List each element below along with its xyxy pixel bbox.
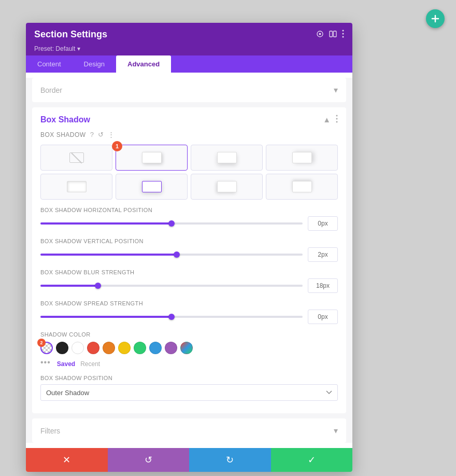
viewfinder-icon[interactable] <box>316 30 324 39</box>
color-swatch-blue[interactable] <box>149 342 162 354</box>
shadow-option-none[interactable] <box>40 145 112 171</box>
shadow-color-label: Shadow Color <box>40 331 338 338</box>
more-options-icon[interactable]: ⋮ <box>108 131 115 138</box>
color-swatch-yellow[interactable] <box>118 342 131 354</box>
checker-swatch-wrap: 2 <box>40 342 53 354</box>
save-icon: ✓ <box>308 454 316 466</box>
subsection-label-row: Box Shadow ? ↺ ⋮ <box>40 131 338 138</box>
shadow-preview-7 <box>292 181 312 192</box>
tab-design[interactable]: Design <box>73 55 116 73</box>
svg-point-9 <box>336 121 338 123</box>
blur-strength-row: Box Shadow Blur Strength 18px <box>40 269 338 293</box>
modal-preset[interactable]: Preset: Default ▾ <box>34 45 344 55</box>
shadow-color-section: Shadow Color 2 •• <box>40 331 338 368</box>
vertical-position-row: Box Shadow Vertical Position 2px <box>40 238 338 262</box>
cancel-button[interactable]: ✕ <box>26 448 108 472</box>
tab-advanced[interactable]: Advanced <box>116 55 171 73</box>
tab-content[interactable]: Content <box>26 55 73 73</box>
shadow-badge-1: 1 <box>112 141 122 151</box>
box-shadow-title: Box Shadow <box>40 115 90 124</box>
horizontal-thumb <box>168 220 175 227</box>
plus-icon <box>431 15 439 23</box>
box-shadow-header-icons: ▲ <box>323 115 338 124</box>
filters-section-header[interactable]: Filters ▾ <box>40 426 338 436</box>
cancel-icon: ✕ <box>63 454 70 466</box>
spread-value[interactable]: 0px <box>308 310 338 324</box>
color-swatch-white[interactable] <box>72 342 84 354</box>
vertical-control: 2px <box>40 247 338 262</box>
reset-field-icon[interactable]: ↺ <box>98 131 104 138</box>
svg-point-5 <box>343 33 344 35</box>
shadow-option-2[interactable] <box>191 145 263 171</box>
filters-section: Filters ▾ <box>32 418 346 443</box>
filters-section-title: Filters <box>40 427 60 435</box>
subsection-label: Box Shadow <box>40 131 86 138</box>
horizontal-label: Box Shadow Horizontal Position <box>40 207 338 213</box>
redo-button[interactable]: ↻ <box>189 448 271 472</box>
shadow-preview-5 <box>142 181 162 192</box>
color-tab-saved[interactable]: Saved <box>57 360 75 368</box>
shadow-option-6[interactable] <box>191 174 263 200</box>
color-tabs: Saved Recent <box>56 360 100 368</box>
svg-point-4 <box>343 30 344 32</box>
shadow-option-3[interactable] <box>266 145 338 171</box>
more-vertical-icon[interactable] <box>342 30 344 39</box>
color-swatch-orange[interactable] <box>103 342 115 354</box>
color-swatch-row: 2 <box>40 342 338 354</box>
color-badge-2: 2 <box>37 339 46 347</box>
save-button[interactable]: ✓ <box>271 448 353 472</box>
modal-header-icons <box>316 30 344 39</box>
horizontal-position-row: Box Shadow Horizontal Position 0px <box>40 207 338 231</box>
color-swatch-green[interactable] <box>134 342 146 354</box>
svg-point-7 <box>336 115 338 117</box>
modal-title: Section Settings <box>34 29 107 40</box>
help-icon[interactable]: ? <box>90 131 94 138</box>
shadow-option-4[interactable] <box>40 174 112 200</box>
shadow-option-5[interactable] <box>116 174 188 200</box>
spread-label: Box Shadow Spread Strength <box>40 300 338 306</box>
border-section: Border ▾ <box>32 78 346 102</box>
redo-icon: ↻ <box>226 454 234 466</box>
svg-point-6 <box>343 36 344 38</box>
blur-control: 18px <box>40 278 338 293</box>
color-swatch-purple[interactable] <box>165 342 177 354</box>
border-section-title: Border <box>40 86 62 94</box>
filters-chevron-icon: ▾ <box>334 426 338 436</box>
vertical-value[interactable]: 2px <box>308 247 338 262</box>
reset-icon: ↺ <box>145 454 152 466</box>
horizontal-control: 0px <box>40 216 338 231</box>
border-chevron-icon: ▾ <box>334 85 338 95</box>
spread-strength-row: Box Shadow Spread Strength 0px <box>40 300 338 324</box>
columns-icon[interactable] <box>329 30 337 39</box>
spread-control: 0px <box>40 310 338 324</box>
shadow-option-7[interactable] <box>266 174 338 200</box>
color-swatch-red[interactable] <box>87 342 99 354</box>
shadow-option-1[interactable]: 1 <box>116 145 188 171</box>
blur-label: Box Shadow Blur Strength <box>40 269 338 275</box>
shadow-style-grid: 1 <box>40 145 338 200</box>
svg-point-1 <box>319 33 321 35</box>
horizontal-value[interactable]: 0px <box>308 216 338 231</box>
color-swatch-gradient[interactable] <box>180 342 193 354</box>
collapse-icon[interactable]: ▲ <box>323 115 331 124</box>
shadow-preview-1 <box>142 152 162 163</box>
position-row: Box Shadow Position Outer Shadow Inner S… <box>40 375 338 401</box>
blur-thumb <box>95 283 101 289</box>
position-select[interactable]: Outer Shadow Inner Shadow <box>40 384 338 401</box>
color-tab-recent[interactable]: Recent <box>80 360 100 368</box>
box-shadow-section: Box Shadow ▲ Box Shadow ? ↺ ⋮ <box>32 107 346 413</box>
spread-track <box>40 316 303 318</box>
color-swatch-black[interactable] <box>56 342 68 354</box>
tabs-bar: Content Design Advanced <box>26 55 352 73</box>
border-section-header[interactable]: Border ▾ <box>40 85 338 95</box>
reset-button[interactable]: ↺ <box>108 448 190 472</box>
box-shadow-more-icon[interactable] <box>336 115 338 124</box>
shadow-preview-4 <box>67 181 87 192</box>
more-colors-dots[interactable]: ••• <box>40 358 51 367</box>
spread-thumb <box>168 314 175 320</box>
shadow-preview-6 <box>217 181 237 192</box>
blur-value[interactable]: 18px <box>308 278 338 293</box>
fab-button[interactable] <box>426 9 445 28</box>
section-settings-modal: Section Settings Preset: Default ▾ Conte… <box>26 23 352 472</box>
spread-fill <box>40 316 172 318</box>
